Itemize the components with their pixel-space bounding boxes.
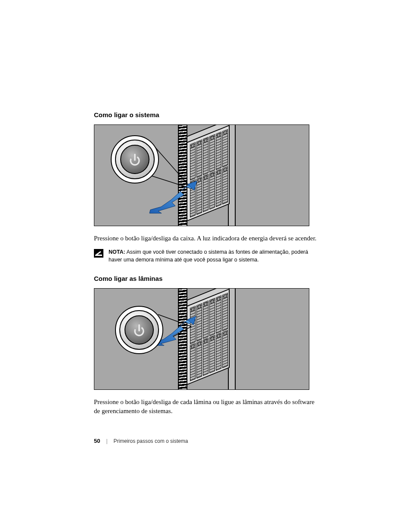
blade-slot (222, 293, 228, 331)
blade-slot (216, 131, 221, 170)
blade-slot (209, 335, 215, 373)
blade-handle (204, 302, 207, 307)
blade-handle (191, 143, 194, 148)
blade-slot (216, 296, 221, 334)
blade-slot (203, 301, 209, 339)
blade-slot (222, 129, 228, 167)
footer-section-name: Primeiros passos com o sistema (114, 438, 188, 444)
blade-slot (216, 168, 221, 207)
power-button-icon (120, 145, 149, 174)
power-icon (132, 323, 146, 337)
blade-handle (198, 141, 201, 146)
blade-handle (211, 136, 214, 140)
blade-slot (203, 137, 209, 175)
blade-slot (216, 333, 221, 371)
blade-slot (196, 140, 202, 178)
blade-slot (190, 343, 196, 381)
pointer-arrow-icon (146, 181, 202, 215)
blade-slot (209, 171, 215, 210)
blade-handle (217, 297, 220, 302)
footer-separator: | (106, 438, 107, 444)
svg-marker-7 (96, 251, 101, 255)
blade-handle (198, 305, 201, 309)
blade-handle (224, 168, 227, 172)
blade-slot (203, 338, 209, 376)
figure-power-on-system (94, 124, 309, 226)
blade-handle (204, 138, 207, 143)
blade-handle (224, 131, 227, 135)
heading-power-on-system: Como ligar o sistema (94, 111, 318, 118)
note-text: NOTA: Assim que você tiver conectado o s… (108, 249, 318, 264)
power-icon (128, 152, 142, 167)
heading-power-on-blades: Como ligar as lâminas (94, 275, 318, 282)
paragraph-power-on-blades: Pressione o botão liga/desliga de cada l… (94, 398, 318, 415)
svg-marker-4 (149, 182, 194, 213)
blade-handle (224, 294, 227, 299)
blade-slot (203, 174, 209, 212)
blade-handle (204, 175, 207, 180)
blade-handle (217, 133, 220, 138)
blade-handle (224, 331, 227, 336)
blade-handle (217, 170, 220, 175)
blade-handle (211, 336, 214, 341)
blade-handle (204, 339, 207, 344)
note-label: NOTA: (109, 249, 125, 255)
blade-slot (190, 142, 196, 180)
page-footer: 50 | Primeiros passos com o sistema (94, 438, 188, 444)
blade-handle (217, 334, 220, 339)
power-button-icon (125, 315, 154, 345)
page-content: Como ligar o sistema (94, 111, 318, 421)
blade-slot (209, 298, 215, 336)
paragraph-power-on-system: Pressione o botão liga/desliga da caixa.… (94, 234, 318, 243)
page-number: 50 (94, 438, 100, 444)
note-block: NOTA: Assim que você tiver conectado o s… (94, 249, 318, 264)
pencil-note-icon (95, 250, 102, 256)
blade-handle (211, 173, 214, 177)
figure-power-on-blades (94, 288, 309, 390)
note-body: Assim que você tiver conectado o sistema… (109, 249, 308, 263)
blade-slot (222, 330, 228, 368)
blade-handle (211, 299, 214, 304)
blade-slot (222, 166, 228, 204)
note-icon (94, 249, 103, 258)
blade-handle (191, 307, 194, 312)
blade-slot (209, 134, 215, 173)
